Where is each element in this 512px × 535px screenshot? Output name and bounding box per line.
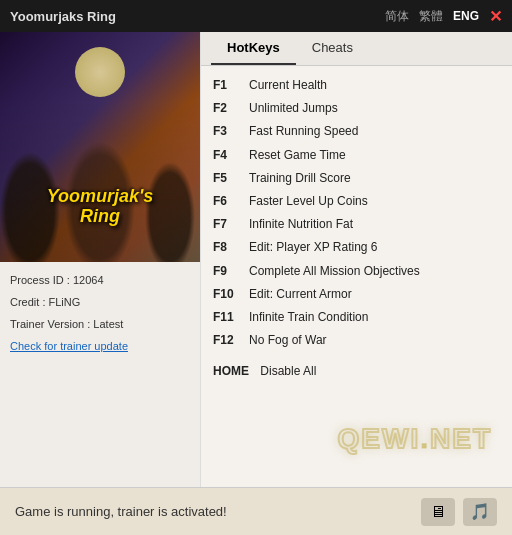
credit-label: Credit : xyxy=(10,296,49,308)
hotkey-key: F12 xyxy=(213,331,249,350)
update-row[interactable]: Check for trainer update xyxy=(10,340,190,352)
hotkey-row: F3Fast Running Speed xyxy=(213,120,500,143)
hotkey-key: F7 xyxy=(213,215,249,234)
hotkey-row: F8Edit: Player XP Rating 6 xyxy=(213,236,500,259)
watermark-text: QEWI.NET xyxy=(338,423,492,454)
monitor-icon-btn[interactable]: 🖥 xyxy=(421,498,455,526)
hotkey-description: Unlimited Jumps xyxy=(249,99,338,118)
home-key: HOME xyxy=(213,364,249,378)
hotkey-row: F9Complete All Mission Objectives xyxy=(213,260,500,283)
hotkey-description: Current Health xyxy=(249,76,327,95)
hotkey-key: F11 xyxy=(213,308,249,327)
hotkey-description: Infinite Nutrition Fat xyxy=(249,215,353,234)
update-link[interactable]: Check for trainer update xyxy=(10,340,128,352)
hotkey-key: F8 xyxy=(213,238,249,257)
monitor-icon: 🖥 xyxy=(430,503,446,521)
home-description: Disable All xyxy=(260,364,316,378)
hotkey-key: F4 xyxy=(213,146,249,165)
hotkey-key: F10 xyxy=(213,285,249,304)
hotkey-key: F6 xyxy=(213,192,249,211)
lang-english-btn[interactable]: ENG xyxy=(453,9,479,23)
lang-simple-btn[interactable]: 简体 xyxy=(385,8,409,25)
hotkey-key: F1 xyxy=(213,76,249,95)
hotkey-row: F6Faster Level Up Coins xyxy=(213,190,500,213)
version-value: Latest xyxy=(93,318,123,330)
music-icon-btn[interactable]: 🎵 xyxy=(463,498,497,526)
music-icon: 🎵 xyxy=(470,502,490,521)
hotkey-row: F12No Fog of War xyxy=(213,329,500,352)
right-panel: HotKeys Cheats F1Current HealthF2Unlimit… xyxy=(200,32,512,487)
status-message: Game is running, trainer is activated! xyxy=(15,504,227,519)
hotkey-key: F3 xyxy=(213,122,249,141)
app-title: Yoomurjaks Ring xyxy=(10,9,116,24)
hotkey-row: F4Reset Game Time xyxy=(213,144,500,167)
hotkey-description: Fast Running Speed xyxy=(249,122,358,141)
main-content: Yoomurjak's Ring Process ID : 12064 Cred… xyxy=(0,32,512,487)
hotkey-row: F10Edit: Current Armor xyxy=(213,283,500,306)
status-icons: 🖥 🎵 xyxy=(421,498,497,526)
left-panel: Yoomurjak's Ring Process ID : 12064 Cred… xyxy=(0,32,200,487)
game-logo: Yoomurjak's Ring xyxy=(47,187,154,227)
hotkey-key: F9 xyxy=(213,262,249,281)
process-value: 12064 xyxy=(73,274,104,286)
hotkey-description: Faster Level Up Coins xyxy=(249,192,368,211)
info-panel: Process ID : 12064 Credit : FLiNG Traine… xyxy=(0,262,200,487)
image-overlay xyxy=(0,32,200,262)
hotkey-description: Training Drill Score xyxy=(249,169,351,188)
lang-controls: 简体 繁體 ENG ✕ xyxy=(385,7,502,26)
tabs-bar: HotKeys Cheats xyxy=(201,32,512,66)
hotkey-description: Complete All Mission Objectives xyxy=(249,262,420,281)
version-row: Trainer Version : Latest xyxy=(10,318,190,330)
hotkey-row: F11Infinite Train Condition xyxy=(213,306,500,329)
home-row: HOME Disable All xyxy=(213,360,500,382)
hotkey-row: F7Infinite Nutrition Fat xyxy=(213,213,500,236)
lang-traditional-btn[interactable]: 繁體 xyxy=(419,8,443,25)
hotkey-description: Edit: Player XP Rating 6 xyxy=(249,238,378,257)
hotkey-description: Reset Game Time xyxy=(249,146,346,165)
tab-hotkeys[interactable]: HotKeys xyxy=(211,32,296,65)
tab-cheats[interactable]: Cheats xyxy=(296,32,369,65)
close-button[interactable]: ✕ xyxy=(489,7,502,26)
version-label: Trainer Version : xyxy=(10,318,93,330)
credit-row: Credit : FLiNG xyxy=(10,296,190,308)
credit-value: FLiNG xyxy=(49,296,81,308)
process-row: Process ID : 12064 xyxy=(10,274,190,286)
hotkey-description: No Fog of War xyxy=(249,331,327,350)
process-label: Process ID : xyxy=(10,274,73,286)
status-bar: Game is running, trainer is activated! 🖥… xyxy=(0,487,512,535)
hotkey-key: F2 xyxy=(213,99,249,118)
hotkey-row: F1Current Health xyxy=(213,74,500,97)
watermark: QEWI.NET xyxy=(338,423,492,455)
hotkey-row: F5Training Drill Score xyxy=(213,167,500,190)
title-bar: Yoomurjaks Ring 简体 繁體 ENG ✕ xyxy=(0,0,512,32)
hotkey-description: Edit: Current Armor xyxy=(249,285,352,304)
game-image: Yoomurjak's Ring xyxy=(0,32,200,262)
hotkey-key: F5 xyxy=(213,169,249,188)
hotkey-description: Infinite Train Condition xyxy=(249,308,368,327)
hotkey-row: F2Unlimited Jumps xyxy=(213,97,500,120)
